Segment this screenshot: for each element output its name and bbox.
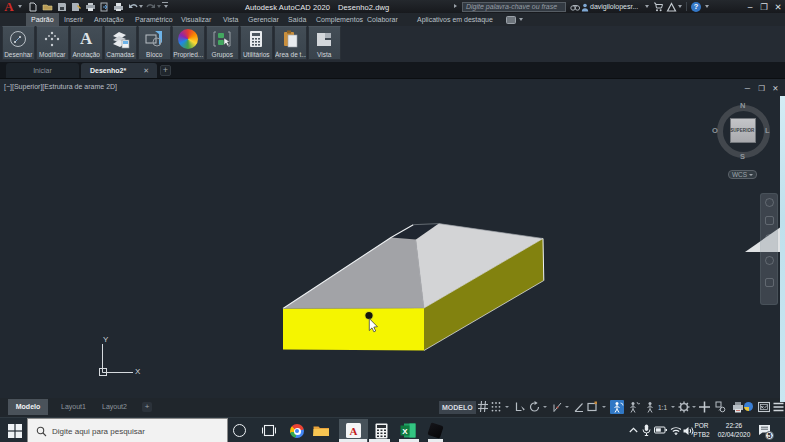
status-polar-icon[interactable] xyxy=(553,401,565,413)
panel-camadas[interactable]: Camadas xyxy=(104,26,137,60)
panel-propriedades[interactable]: Propried... xyxy=(172,26,205,60)
panel-modificar[interactable]: Modificar xyxy=(36,26,69,60)
tray-language-indicator[interactable]: PORPTB2 xyxy=(693,421,710,439)
status-grid-icon[interactable] xyxy=(478,401,490,413)
ribbon-display-icon[interactable] xyxy=(506,16,516,24)
redo-icon[interactable] xyxy=(146,2,156,12)
new-layout-button[interactable]: + xyxy=(142,402,152,412)
status-annotation-scale-value[interactable]: 1:1 xyxy=(658,404,667,411)
panel-grupos[interactable]: Grupos xyxy=(206,26,239,60)
file-tab-iniciar[interactable]: Iniciar xyxy=(6,63,79,78)
drawing-scrollbar[interactable] xyxy=(780,96,785,402)
export-icon[interactable] xyxy=(99,2,110,12)
status-polar-caret-icon[interactable] xyxy=(565,406,569,408)
taskbar-search-box[interactable]: Digite aqui para pesquisar xyxy=(27,418,228,442)
print-icon[interactable] xyxy=(113,2,124,12)
layout-tab-layout2[interactable]: Layout2 xyxy=(96,399,133,415)
status-ortho-caret-icon[interactable] xyxy=(543,406,547,408)
ribbon-tab-anotacao[interactable]: Anotação xyxy=(94,13,124,26)
status-model-label[interactable]: MODELO xyxy=(439,401,476,414)
panel-bloco[interactable]: Bloco xyxy=(138,26,171,60)
app-store-cart-icon[interactable] xyxy=(653,2,663,12)
ribbon-tab-inserir[interactable]: Inserir xyxy=(64,13,83,26)
infocenter-collapse-icon[interactable] xyxy=(454,4,457,8)
viewcube-west[interactable]: O xyxy=(712,126,718,135)
status-performance-icon[interactable] xyxy=(744,402,753,411)
new-drawing-tab-button[interactable]: + xyxy=(160,65,171,76)
infocenter-search-input[interactable]: Digite palavra-chave ou frase xyxy=(462,2,566,12)
panel-desenhar[interactable]: Desenhar xyxy=(2,26,35,60)
ribbon-tab-colaborar[interactable]: Colaborar xyxy=(367,13,398,26)
ribbon-tab-complementos[interactable]: Complementos xyxy=(316,13,363,26)
status-dynamic-input-icon[interactable] xyxy=(515,401,527,413)
excel-icon[interactable]: X xyxy=(400,423,416,438)
nav-zoom-icon[interactable] xyxy=(765,234,774,243)
nav-orbit-icon[interactable] xyxy=(765,256,774,265)
start-button-icon[interactable] xyxy=(8,424,22,438)
viewcube-south[interactable]: S xyxy=(740,152,745,161)
status-isolate-icon[interactable] xyxy=(715,401,727,413)
status-osnap-icon[interactable] xyxy=(587,401,599,413)
status-otrack-icon[interactable] xyxy=(574,401,586,413)
ribbon-tab-gerenciar[interactable]: Gerenciar xyxy=(248,13,279,26)
chrome-icon[interactable] xyxy=(290,424,304,438)
status-autoscale-icon[interactable] xyxy=(628,401,640,413)
tray-battery-icon[interactable] xyxy=(654,426,667,434)
ribbon-tab-vista[interactable]: Vista xyxy=(223,13,238,26)
user-menu-caret-icon[interactable] xyxy=(645,5,649,8)
tray-microphone-icon[interactable] xyxy=(642,424,651,437)
status-workspace-caret-icon[interactable] xyxy=(692,406,696,408)
save-icon[interactable] xyxy=(57,2,67,12)
status-customization-icon[interactable] xyxy=(773,401,785,413)
layout-tab-layout1[interactable]: Layout1 xyxy=(55,399,92,415)
dark-app-icon[interactable] xyxy=(427,422,443,438)
share-caret-icon[interactable] xyxy=(678,5,682,8)
status-annotation-scale-person-icon[interactable] xyxy=(645,401,657,413)
panel-utilitarios[interactable]: Utilitários xyxy=(240,26,273,60)
redo-caret-icon[interactable] xyxy=(157,5,161,8)
new-file-icon[interactable] xyxy=(28,2,38,12)
status-printer-icon[interactable] xyxy=(732,401,744,413)
layout-tab-modelo[interactable]: Modelo xyxy=(8,399,48,415)
status-osnap-caret-icon[interactable] xyxy=(602,406,606,408)
viewcube-top-face[interactable]: SUPERIOR xyxy=(730,118,756,144)
status-cleanscreen-icon[interactable] xyxy=(758,401,770,413)
status-ortho-icon[interactable] xyxy=(529,401,541,413)
ribbon-tab-aplicativos[interactable]: Aplicativos em destaque xyxy=(417,13,493,26)
status-plus-icon[interactable] xyxy=(699,401,711,413)
nav-wheel-icon[interactable] xyxy=(765,198,774,207)
tray-chevron-icon[interactable] xyxy=(629,427,638,433)
window-restore-button[interactable]: ❐ xyxy=(758,2,770,12)
calculator-icon[interactable] xyxy=(375,423,388,439)
help-icon[interactable]: ? xyxy=(691,2,701,12)
tray-clock[interactable]: 22:2602/04/2020 xyxy=(714,421,754,439)
file-tab-close-icon[interactable]: ✕ xyxy=(143,63,149,78)
viewcube-east[interactable]: L xyxy=(765,126,770,135)
window-close-button[interactable]: ✕ xyxy=(772,2,784,12)
task-view-icon[interactable] xyxy=(262,424,276,437)
file-explorer-icon[interactable] xyxy=(313,424,330,437)
ribbon-tab-visualizar[interactable]: Visualizar xyxy=(181,13,211,26)
help-caret-icon[interactable] xyxy=(705,5,709,8)
status-snap-icon[interactable] xyxy=(491,401,503,413)
viewcube-north[interactable]: N xyxy=(740,101,745,110)
ribbon-tab-parametrico[interactable]: Paramétrico xyxy=(135,13,173,26)
open-file-icon[interactable] xyxy=(42,2,53,12)
plot-icon[interactable] xyxy=(85,2,96,12)
autocad-taskbar-icon[interactable]: A xyxy=(346,423,361,438)
status-annotation-visibility-highlight[interactable] xyxy=(610,400,624,414)
user-icon[interactable] xyxy=(581,3,589,12)
signed-in-user[interactable]: davigilolopesr... xyxy=(590,3,638,10)
panel-vista[interactable]: Vista xyxy=(308,26,341,60)
app-menu-caret-icon[interactable] xyxy=(18,5,22,8)
ribbon-display-caret-icon[interactable] xyxy=(519,18,523,21)
status-snap-caret-icon[interactable] xyxy=(505,406,509,408)
nav-pan-icon[interactable] xyxy=(765,216,774,225)
save-as-icon[interactable] xyxy=(71,2,82,12)
ribbon-tab-saida[interactable]: Saída xyxy=(288,13,306,26)
undo-caret-icon[interactable] xyxy=(139,5,143,8)
wcs-menu-button[interactable]: WCS xyxy=(728,170,757,179)
window-minimize-button[interactable]: – xyxy=(744,2,756,12)
file-tab-desenho2[interactable]: Desenho2* ✕ xyxy=(81,63,157,78)
autocad-app-menu-icon[interactable]: A xyxy=(2,0,16,13)
